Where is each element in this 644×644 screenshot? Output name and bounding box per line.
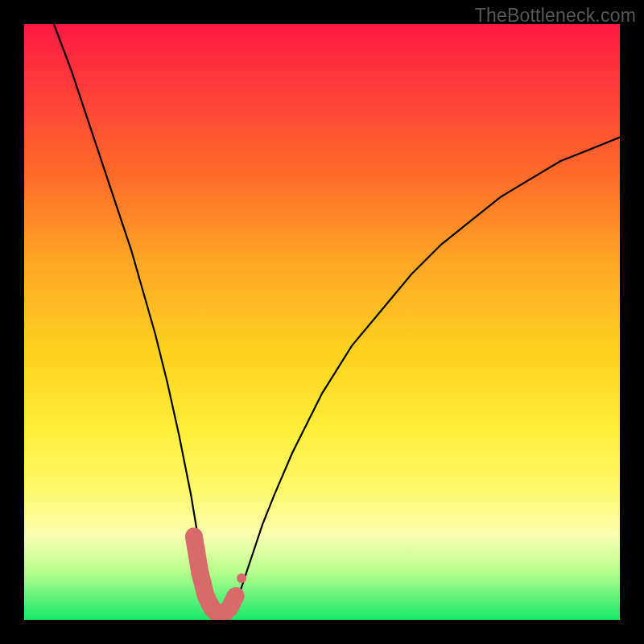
chart-frame: TheBottleneck.com (0, 0, 644, 644)
highlight-band-stroke (194, 536, 236, 613)
curve-svg (24, 24, 620, 620)
bottleneck-curve (54, 24, 620, 614)
brand-watermark: TheBottleneck.com (475, 5, 636, 27)
plot-area (24, 24, 620, 620)
highlight-band (194, 536, 246, 613)
highlight-dot (237, 573, 246, 583)
